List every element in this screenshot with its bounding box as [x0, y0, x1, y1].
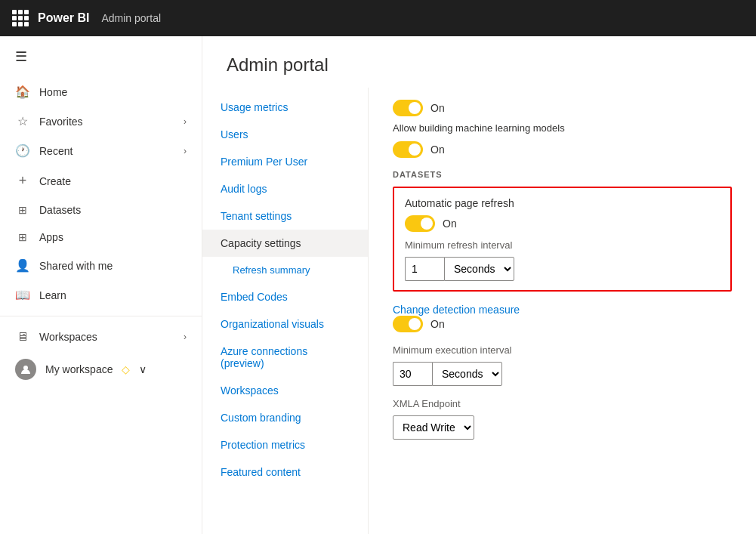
min-execution-unit-select[interactable]: Seconds Minutes Hours	[432, 362, 502, 386]
toggle-label-2: On	[430, 144, 445, 156]
sidebar-label-home: Home	[39, 86, 187, 98]
ml-models-description: Allow building machine learning models	[393, 122, 732, 134]
nav-item-tenant-settings[interactable]: Tenant settings	[202, 202, 368, 230]
top-nav: Power BI Admin portal	[0, 0, 756, 36]
toggle-label-1: On	[430, 102, 445, 114]
sidebar-label-learn: Learn	[39, 289, 187, 301]
main-layout: ☰ 🏠 Home ☆ Favorites › 🕐 Recent › + Crea…	[0, 36, 756, 534]
app-name: Power BI	[38, 11, 89, 25]
min-refresh-label: Minimum refresh interval	[405, 239, 720, 251]
content-area: Admin portal Usage metrics Users Premium…	[202, 36, 756, 534]
learn-icon: 📖	[15, 288, 30, 302]
xmla-endpoint-group: XMLA Endpoint Read Write Read Only Off	[393, 398, 732, 440]
sidebar-item-recent[interactable]: 🕐 Recent ›	[0, 136, 202, 165]
sidebar-label-shared: Shared with me	[39, 260, 187, 272]
page-title: Admin portal	[202, 36, 756, 88]
inner-layout: Usage metrics Users Premium Per User Aud…	[202, 88, 756, 534]
sidebar-label-workspaces: Workspaces	[39, 331, 174, 343]
top-toggles: On Allow building machine learning model…	[393, 100, 732, 158]
xmla-endpoint-input-row: Read Write Read Only Off	[393, 415, 732, 440]
datasets-icon: ⊞	[15, 204, 30, 216]
toggle-row-1: On	[393, 100, 732, 116]
nav-item-org-visuals[interactable]: Organizational visuals	[202, 310, 368, 338]
avatar	[15, 359, 36, 380]
settings-panel: On Allow building machine learning model…	[369, 88, 756, 534]
change-detection-link[interactable]: Change detection measure	[393, 304, 520, 316]
sidebar-label-apps: Apps	[39, 231, 187, 243]
min-execution-input-row: Seconds Minutes Hours	[393, 362, 732, 386]
favorites-icon: ☆	[15, 114, 30, 128]
toggle-2[interactable]	[393, 141, 423, 158]
min-execution-value-input[interactable]	[393, 362, 432, 386]
workspaces-icon: 🖥	[15, 330, 30, 344]
recent-icon: 🕐	[15, 144, 30, 158]
change-detection-group: Change detection measure On	[393, 304, 732, 332]
sidebar-item-apps[interactable]: ⊞ Apps	[0, 224, 202, 251]
sidebar-label-my-workspace: My workspace	[45, 363, 113, 375]
nav-item-workspaces[interactable]: Workspaces	[202, 377, 368, 404]
nav-item-audit-logs[interactable]: Audit logs	[202, 175, 368, 202]
diamond-icon: ◇	[122, 363, 130, 375]
xmla-endpoint-select[interactable]: Read Write Read Only Off	[393, 415, 474, 440]
nav-item-protection-metrics[interactable]: Protection metrics	[202, 431, 368, 458]
nav-item-capacity-settings[interactable]: Capacity settings	[202, 230, 368, 257]
sidebar-item-learn[interactable]: 📖 Learn	[0, 280, 202, 310]
admin-nav: Usage metrics Users Premium Per User Aud…	[202, 88, 369, 534]
sidebar: ☰ 🏠 Home ☆ Favorites › 🕐 Recent › + Crea…	[0, 36, 202, 534]
toggle-ml-models[interactable]	[393, 100, 423, 116]
automatic-page-refresh-box: Automatic page refresh On Minimum refres…	[393, 187, 732, 292]
sidebar-item-shared[interactable]: 👤 Shared with me	[0, 251, 202, 280]
sidebar-label-favorites: Favorites	[39, 116, 174, 128]
nav-item-featured-content[interactable]: Featured content	[202, 458, 368, 486]
nav-item-azure-connections[interactable]: Azure connections (preview)	[202, 338, 368, 377]
nav-item-premium-per-user[interactable]: Premium Per User	[202, 148, 368, 175]
sidebar-item-favorites[interactable]: ☆ Favorites ›	[0, 106, 202, 136]
chevron-icon-workspace: ∨	[139, 363, 147, 375]
sidebar-item-datasets[interactable]: ⊞ Datasets	[0, 196, 202, 224]
min-execution-label: Minimum execution interval	[393, 344, 732, 356]
sidebar-label-create: Create	[39, 175, 187, 187]
auto-refresh-toggle[interactable]	[405, 215, 435, 232]
apps-icon: ⊞	[15, 231, 30, 243]
apps-grid-icon[interactable]	[12, 10, 29, 26]
min-refresh-input-row: Seconds Minutes Hours	[405, 257, 720, 281]
sidebar-label-datasets: Datasets	[39, 204, 187, 216]
chevron-icon: ›	[184, 332, 187, 342]
home-icon: 🏠	[15, 85, 30, 99]
chevron-icon: ›	[184, 116, 187, 127]
nav-item-embed-codes[interactable]: Embed Codes	[202, 283, 368, 310]
sidebar-item-home[interactable]: 🏠 Home	[0, 77, 202, 106]
sidebar-item-workspaces[interactable]: 🖥 Workspaces ›	[0, 323, 202, 351]
change-detection-toggle-row: On	[393, 316, 732, 332]
nav-item-custom-branding[interactable]: Custom branding	[202, 404, 368, 431]
create-icon: +	[15, 173, 30, 189]
min-refresh-value-input[interactable]	[405, 257, 444, 281]
min-execution-group: Minimum execution interval Seconds Minut…	[393, 344, 732, 386]
sidebar-label-recent: Recent	[39, 145, 174, 157]
nav-item-users[interactable]: Users	[202, 121, 368, 148]
toggle-row-2: On	[393, 141, 732, 158]
chevron-icon: ›	[184, 146, 187, 156]
sidebar-item-create[interactable]: + Create	[0, 165, 202, 196]
datasets-section-label: DATASETS	[393, 170, 732, 179]
shared-icon: 👤	[15, 258, 30, 273]
min-refresh-unit-select[interactable]: Seconds Minutes Hours	[444, 257, 514, 281]
change-detection-toggle[interactable]	[393, 316, 423, 332]
top-nav-page-title: Admin portal	[101, 12, 161, 24]
auto-page-refresh-title: Automatic page refresh	[405, 197, 720, 209]
nav-item-usage-metrics[interactable]: Usage metrics	[202, 94, 368, 121]
auto-refresh-toggle-label: On	[443, 218, 457, 230]
nav-item-refresh-summary[interactable]: Refresh summary	[202, 257, 368, 283]
auto-refresh-toggle-row: On	[405, 215, 720, 232]
sidebar-divider	[0, 316, 202, 316]
sidebar-item-my-workspace[interactable]: My workspace ◇ ∨	[0, 351, 202, 387]
hamburger-button[interactable]: ☰	[0, 36, 202, 77]
xmla-endpoint-label: XMLA Endpoint	[393, 398, 732, 409]
change-detection-toggle-label: On	[430, 318, 445, 330]
